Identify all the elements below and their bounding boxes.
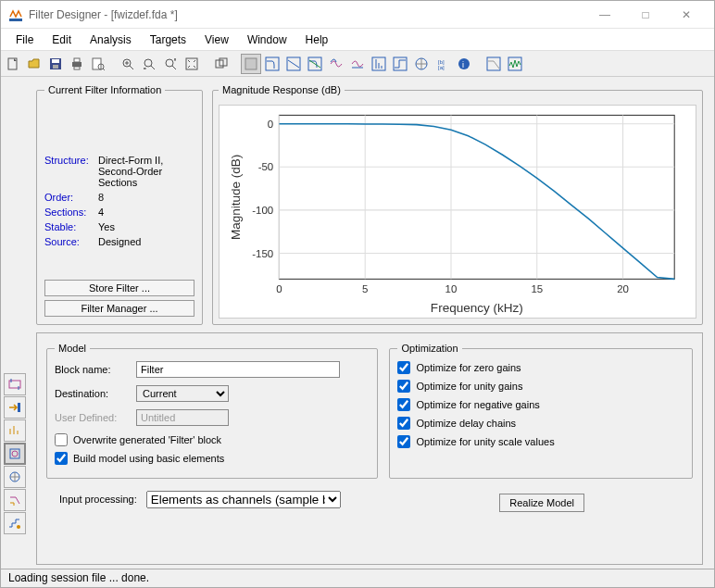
order-value: 8 (98, 192, 194, 203)
opt-delay-checkbox[interactable] (397, 417, 410, 430)
structure-value: Direct-Form II, Second-Order Sections (98, 155, 194, 188)
menu-analysis[interactable]: Analysis (81, 31, 141, 48)
inputproc-select[interactable]: Elements as channels (sample based) (146, 491, 341, 508)
noise-icon[interactable] (505, 54, 525, 74)
mag-response-icon[interactable] (262, 54, 282, 74)
model-legend: Model (55, 343, 90, 354)
info-icon[interactable]: i (454, 54, 474, 74)
new-icon[interactable] (3, 54, 23, 74)
svg-text:i: i (462, 60, 464, 69)
undock-icon[interactable] (211, 54, 232, 74)
svg-point-38 (458, 58, 470, 69)
group-delay-icon[interactable] (326, 54, 346, 74)
svg-line-17 (151, 66, 155, 69)
sidetool-quantize[interactable] (4, 512, 26, 534)
inputproc-label: Input processing: (59, 494, 137, 505)
structure-label: Structure: (44, 155, 94, 188)
sidetool-realize-model[interactable] (4, 443, 26, 465)
destination-label: Destination: (55, 388, 129, 399)
overwrite-label: Overwrite generated 'Filter' block (73, 434, 221, 445)
opt-scale-checkbox[interactable] (397, 435, 410, 448)
print-preview-icon[interactable] (88, 54, 108, 74)
svg-line-13 (130, 66, 133, 69)
step-icon[interactable] (390, 54, 410, 74)
svg-text:0: 0 (276, 283, 282, 294)
destination-select[interactable]: Current (136, 385, 229, 402)
filter-manager-button[interactable]: Filter Manager ... (44, 300, 194, 317)
magest-icon[interactable] (483, 54, 504, 74)
svg-point-16 (144, 59, 152, 67)
print-icon[interactable] (67, 54, 87, 74)
impulse-icon[interactable] (369, 54, 389, 74)
sidetool-import-filter[interactable] (4, 396, 26, 419)
svg-text:0: 0 (268, 119, 273, 130)
svg-rect-8 (74, 67, 80, 69)
zoom-x-icon[interactable] (139, 54, 159, 74)
filterinfo-legend: Current Filter Information (44, 84, 165, 95)
opt-neg-label: Optimize for negative gains (416, 399, 539, 410)
menu-file[interactable]: File (6, 31, 43, 48)
sections-label: Sections: (44, 206, 94, 218)
svg-rect-1 (9, 19, 22, 21)
magnitude-response-chart: 051015200-50-100-150Frequency (kHz)Magni… (219, 105, 696, 319)
stable-value: Yes (98, 221, 194, 232)
svg-rect-4 (52, 59, 59, 63)
opt-zero-checkbox[interactable] (397, 361, 410, 374)
opt-zero-label: Optimize for zero gains (416, 362, 521, 373)
store-filter-button[interactable]: Store Filter ... (44, 280, 194, 296)
zoom-fit-icon[interactable] (182, 54, 202, 74)
filter-specs-icon[interactable] (241, 54, 261, 74)
sections-value: 4 (98, 206, 194, 218)
sidetool-polezero-editor[interactable] (4, 466, 26, 488)
open-icon[interactable] (24, 54, 44, 74)
opt-delay-label: Optimize delay chains (416, 418, 516, 429)
basic-elements-checkbox[interactable] (55, 452, 68, 465)
opt-unity-checkbox[interactable] (397, 380, 410, 393)
menu-view[interactable]: View (195, 31, 238, 48)
opt-unity-label: Optimize for unity gains (416, 381, 522, 392)
close-button[interactable]: ✕ (666, 1, 707, 29)
svg-text:20: 20 (617, 283, 629, 294)
svg-rect-40 (487, 57, 500, 70)
opt-legend: Optimization (397, 343, 461, 354)
sidetool-multirate[interactable] (4, 419, 26, 442)
sidetool-transform-filter[interactable] (4, 489, 26, 511)
menu-window[interactable]: Window (238, 31, 296, 48)
magphase-icon[interactable] (305, 54, 325, 74)
svg-text:15: 15 (531, 283, 543, 294)
maximize-button[interactable]: □ (625, 1, 666, 29)
svg-point-18 (166, 59, 173, 67)
basic-elements-label: Build model using basic elements (73, 453, 224, 464)
svg-text:-150: -150 (252, 248, 273, 259)
svg-point-50 (12, 451, 18, 457)
menu-targets[interactable]: Targets (141, 31, 195, 48)
menu-help[interactable]: Help (296, 31, 338, 48)
opt-scale-label: Optimize for unity scale values (416, 436, 554, 447)
svg-point-54 (17, 525, 20, 529)
zoom-in-icon[interactable] (118, 54, 138, 74)
minimize-button[interactable]: — (584, 1, 625, 29)
svg-rect-20 (186, 58, 197, 69)
window-title: Filter Designer - [fwizdef.fda *] (29, 8, 584, 21)
sidetool-design-filter[interactable] (4, 373, 26, 395)
realize-model-button[interactable]: Realize Model (499, 494, 584, 512)
source-label: Source: (44, 236, 94, 247)
menu-edit[interactable]: Edit (43, 31, 81, 48)
status-bar: Loading session file ... done. (1, 569, 714, 587)
blockname-label: Block name: (55, 364, 129, 375)
svg-text:-100: -100 (252, 205, 273, 216)
svg-text:10: 10 (445, 283, 458, 294)
polezero-icon[interactable] (411, 54, 432, 74)
coefficients-icon[interactable]: [b][a] (433, 54, 453, 74)
mag-legend: Magnitude Response (dB) (219, 84, 345, 95)
phase-delay-icon[interactable] (347, 54, 368, 74)
userdef-input (136, 409, 229, 426)
svg-rect-45 (18, 403, 20, 412)
blockname-input[interactable] (136, 361, 340, 378)
phase-response-icon[interactable] (283, 54, 304, 74)
order-label: Order: (44, 192, 94, 203)
save-icon[interactable] (45, 54, 66, 74)
zoom-y-icon[interactable] (160, 54, 181, 74)
opt-neg-checkbox[interactable] (397, 398, 410, 411)
overwrite-checkbox[interactable] (55, 433, 68, 446)
